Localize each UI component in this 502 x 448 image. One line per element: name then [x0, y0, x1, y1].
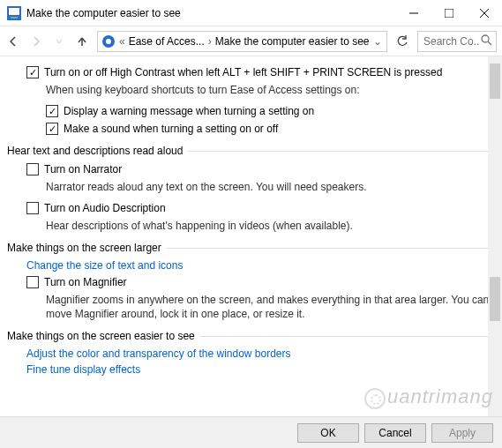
search-icon	[481, 34, 493, 49]
scrollbar-thumb[interactable]	[490, 63, 500, 99]
description-text: Hear descriptions of what's happening in…	[46, 219, 491, 233]
svg-point-9	[482, 35, 489, 42]
link-display-effects[interactable]: Fine tune display effects	[26, 363, 491, 376]
recent-dropdown-icon[interactable]	[51, 34, 67, 49]
cancel-button[interactable]: Cancel	[364, 423, 426, 443]
description-text: When using keyboard shortcuts to turn Ea…	[46, 83, 491, 97]
forward-button[interactable]	[28, 34, 44, 49]
svg-line-10	[488, 41, 491, 45]
checkbox-label: Turn on Narrator	[44, 162, 122, 176]
close-button[interactable]	[467, 0, 502, 26]
checkbox-row[interactable]: Turn on or off High Contrast when left A…	[26, 65, 491, 79]
chevron-right-icon: ›	[208, 35, 212, 48]
window-title: Make the computer easier to see	[26, 7, 396, 19]
divider	[188, 151, 491, 152]
group-header: Make things on the screen larger	[7, 242, 161, 254]
checkbox-row[interactable]: Make a sound when turning a setting on o…	[46, 122, 491, 136]
checkbox-label: Make a sound when turning a setting on o…	[64, 122, 278, 136]
checkbox-label: Turn on Magnifier	[44, 275, 127, 289]
footer: OK Cancel Apply	[0, 416, 502, 448]
app-icon	[7, 6, 21, 20]
group-header: Make things on the screen easier to see	[7, 330, 195, 342]
svg-point-8	[106, 39, 111, 44]
breadcrumb[interactable]: « Ease of Acces... › Make the computer e…	[97, 31, 387, 52]
checkbox-high-contrast[interactable]	[26, 66, 39, 78]
nav-row: « Ease of Acces... › Make the computer e…	[0, 26, 502, 56]
checkbox-sound[interactable]	[46, 123, 58, 135]
link-change-text-size[interactable]: Change the size of text and icons	[26, 259, 491, 272]
group-larger: Make things on the screen larger Change …	[7, 242, 491, 321]
content-area: Turn on or off High Contrast when left A…	[0, 56, 502, 416]
checkbox-label: Display a warning message when turning a…	[64, 104, 314, 118]
divider	[200, 336, 491, 337]
checkbox-row[interactable]: Turn on Magnifier	[26, 275, 491, 289]
checkbox-warning[interactable]	[46, 105, 58, 117]
scrollbar[interactable]	[488, 56, 502, 416]
breadcrumb-item[interactable]: Make the computer easier to see	[215, 35, 370, 48]
svg-rect-4	[445, 9, 453, 18]
checkbox-narrator[interactable]	[26, 163, 39, 175]
breadcrumb-item[interactable]: Ease of Acces...	[129, 35, 205, 48]
up-button[interactable]	[74, 34, 90, 49]
group-narration: Hear text and descriptions read aloud Tu…	[7, 145, 491, 233]
group-easier: Make things on the screen easier to see …	[7, 330, 491, 376]
svg-rect-1	[9, 8, 19, 15]
checkbox-audio-description[interactable]	[26, 202, 39, 214]
chevron-down-icon[interactable]: ⌄	[373, 35, 382, 48]
description-text: Narrator reads aloud any text on the scr…	[46, 180, 491, 194]
apply-button[interactable]: Apply	[431, 423, 493, 443]
checkbox-label: Turn on Audio Description	[44, 201, 166, 215]
maximize-button[interactable]	[431, 0, 467, 26]
checkbox-row[interactable]: Turn on Narrator	[26, 162, 491, 176]
scrollbar-thumb[interactable]	[490, 277, 500, 321]
description-text: Magnifier zooms in anywhere on the scree…	[46, 293, 491, 321]
checkbox-magnifier[interactable]	[26, 276, 39, 288]
minimize-button[interactable]	[396, 0, 431, 26]
group-header: Hear text and descriptions read aloud	[7, 145, 183, 157]
link-adjust-color[interactable]: Adjust the color and transparency of the…	[26, 347, 491, 360]
ok-button[interactable]: OK	[297, 423, 359, 443]
svg-rect-2	[11, 17, 18, 19]
checkbox-label: Turn on or off High Contrast when left A…	[44, 65, 442, 79]
title-bar: Make the computer easier to see	[0, 0, 502, 26]
checkbox-row[interactable]: Display a warning message when turning a…	[46, 104, 491, 118]
chevron-left-icon: «	[119, 35, 125, 48]
back-button[interactable]	[5, 34, 21, 49]
refresh-button[interactable]	[394, 34, 410, 49]
checkbox-row[interactable]: Turn on Audio Description	[26, 201, 491, 215]
divider	[167, 248, 491, 249]
control-panel-icon	[101, 33, 116, 50]
